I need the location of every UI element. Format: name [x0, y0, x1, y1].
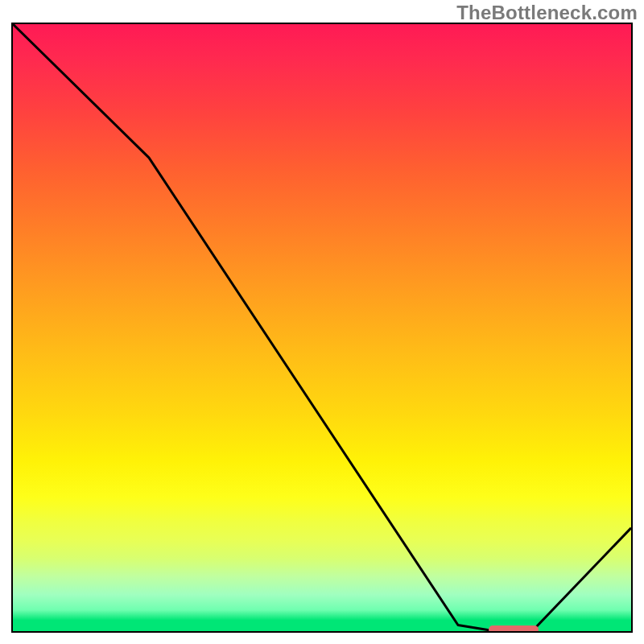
chart-container: TheBottleneck.com [0, 0, 644, 644]
current-config-marker [489, 625, 538, 633]
plot-frame [11, 23, 633, 633]
bottleneck-curve [13, 24, 631, 631]
watermark-text: TheBottleneck.com [456, 2, 638, 24]
